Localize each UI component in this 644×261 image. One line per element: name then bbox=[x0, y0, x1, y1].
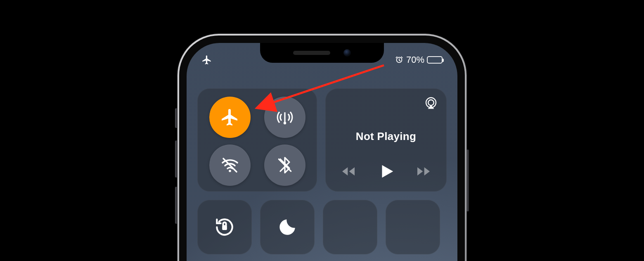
svg-point-3 bbox=[428, 100, 434, 106]
status-right: 70% bbox=[395, 55, 443, 65]
wifi-toggle[interactable] bbox=[209, 145, 251, 186]
wifi-off-icon bbox=[220, 155, 240, 175]
svg-point-1 bbox=[229, 170, 231, 172]
do-not-disturb-icon bbox=[277, 217, 298, 237]
airplay-icon[interactable] bbox=[424, 96, 438, 111]
do-not-disturb-toggle[interactable] bbox=[260, 200, 315, 254]
mute-switch[interactable] bbox=[175, 108, 178, 128]
stage: 70% bbox=[0, 0, 644, 261]
battery-icon bbox=[427, 56, 443, 64]
svg-point-0 bbox=[283, 122, 286, 124]
bluetooth-toggle[interactable] bbox=[264, 145, 305, 186]
cellular-icon bbox=[275, 107, 295, 127]
status-bar: 70% bbox=[187, 48, 457, 68]
placeholder-tile-2[interactable] bbox=[386, 200, 440, 254]
orientation-lock-toggle[interactable] bbox=[197, 200, 252, 254]
airplane-icon bbox=[220, 107, 240, 127]
volume-down-button[interactable] bbox=[175, 187, 178, 224]
alarm-icon bbox=[395, 55, 404, 64]
side-button[interactable] bbox=[466, 149, 469, 211]
orientation-lock-icon bbox=[213, 216, 236, 239]
screen: 70% bbox=[187, 43, 457, 261]
volume-up-button[interactable] bbox=[175, 140, 178, 178]
placeholder-tile-1[interactable] bbox=[323, 200, 377, 254]
cellular-data-toggle[interactable] bbox=[264, 97, 305, 138]
play-icon[interactable] bbox=[376, 162, 395, 181]
forward-icon[interactable] bbox=[415, 163, 432, 180]
phone-frame: 70% bbox=[178, 34, 466, 261]
battery-percent-text: 70% bbox=[406, 55, 424, 65]
airplane-mode-toggle[interactable] bbox=[209, 97, 251, 138]
cc-row-bottom bbox=[197, 200, 447, 254]
media-card[interactable]: Not Playing bbox=[325, 88, 447, 192]
cc-row-top: Not Playing bbox=[197, 88, 447, 192]
rewind-icon[interactable] bbox=[340, 163, 357, 180]
media-controls bbox=[340, 162, 432, 181]
bluetooth-off-icon bbox=[276, 156, 294, 174]
control-center: Not Playing bbox=[197, 88, 447, 254]
now-playing-text: Not Playing bbox=[356, 130, 416, 143]
airplane-icon bbox=[201, 55, 212, 65]
connectivity-card[interactable] bbox=[197, 88, 317, 192]
status-left bbox=[201, 55, 212, 65]
